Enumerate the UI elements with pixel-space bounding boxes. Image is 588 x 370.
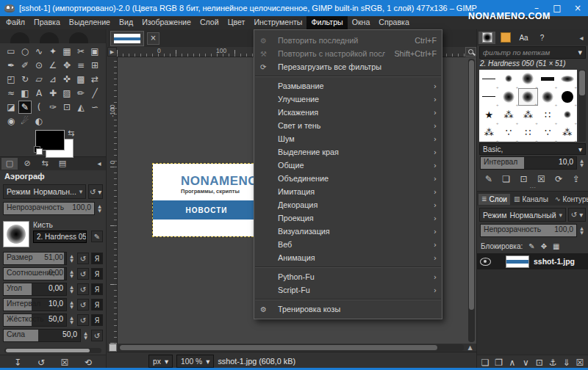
tool-smudge[interactable]: ∽ — [88, 101, 101, 114]
brush-fuzzy-blob[interactable] — [499, 88, 519, 106]
tab-patterns[interactable] — [497, 32, 514, 44]
duplicate-brush-button[interactable]: ⊡ — [517, 174, 531, 184]
delete-layer-button[interactable]: ☒ — [573, 358, 587, 368]
canvas-image[interactable]: NONAMENO Программы, скрипты НОВОСТИ — [153, 164, 260, 236]
brush-name-field[interactable]: 2. Hardness 050 — [33, 231, 87, 243]
filters-menu-category-13[interactable]: Анимация› — [254, 251, 442, 264]
brush-splat-2[interactable]: ⁂ — [518, 106, 538, 124]
tool-shear[interactable]: ▱ — [32, 73, 46, 86]
filters-menu-category-10[interactable]: Проекция› — [254, 211, 442, 225]
new-layer-button[interactable]: ❏ — [478, 358, 492, 368]
menubar-item-6[interactable]: Цвет — [223, 16, 250, 29]
layer-opacity-slider-spinner[interactable]: ▲▼ — [578, 226, 585, 235]
tab-channels[interactable]: ▥Каналы — [511, 194, 551, 205]
horizontal-scrollbar[interactable] — [118, 344, 464, 351]
tool-eraser[interactable]: ◪ — [4, 101, 18, 114]
tab-undo-history[interactable]: ⇆ — [37, 158, 53, 170]
paint-mode-select[interactable]: Режим Нормальн... ▾ — [3, 184, 86, 199]
layer-row[interactable]: sshot-1.jpg — [477, 253, 588, 269]
duplicate-layer-button[interactable]: ⊡ — [533, 358, 546, 368]
unit-select[interactable]: px ▾ — [148, 355, 173, 368]
slider-сила-reset-button[interactable]: ↺ — [91, 330, 103, 341]
default-colors-icon[interactable] — [34, 146, 43, 155]
vertical-scrollbar[interactable] — [468, 59, 475, 342]
layer-visibility-icon[interactable] — [480, 258, 491, 266]
slider-сила-spinner[interactable]: ▲▼ — [82, 331, 89, 340]
slider-соотношение--scale[interactable]: Соотношение...0,00 — [3, 267, 67, 280]
slider-размер-spinner[interactable]: ▲▼ — [68, 254, 75, 263]
slider-размер-link-toggle[interactable]: Я — [91, 253, 103, 264]
save-tool-preset-button[interactable]: ↧ — [10, 358, 25, 368]
reset-tool-options-button[interactable]: ⟲ — [81, 358, 96, 368]
tool-bucket-fill[interactable]: ◧ — [18, 87, 32, 100]
brush-fuzzy-2[interactable] — [557, 106, 577, 124]
tool-ellipse-select[interactable]: ○ — [18, 45, 32, 58]
tool-blur-sharpen[interactable]: ◉ — [4, 115, 18, 128]
slider-жёсткость-link-toggle[interactable]: Я — [91, 314, 103, 326]
lock-pixels-icon[interactable]: ✎ — [528, 242, 534, 250]
slider-жёсткость-reset-button[interactable]: ↺ — [77, 314, 89, 326]
brush-spacing-slider-spinner[interactable]: ▲▼ — [578, 159, 585, 167]
slider-угол-reset-button[interactable]: ↺ — [77, 283, 89, 295]
brush-specks-1[interactable]: ∵ — [499, 124, 519, 142]
filters-menu-category-6[interactable]: Общие› — [254, 159, 442, 172]
tab-document-history[interactable]: ? — [534, 32, 551, 44]
tool-mypaint-brush[interactable]: ✑ — [46, 101, 60, 114]
filters-menu-category-7[interactable]: Объединение› — [254, 172, 442, 185]
tool-handle-transform[interactable]: ✜ — [60, 73, 74, 86]
filters-menu-category-4[interactable]: Шум› — [254, 132, 442, 145]
menubar-item-0[interactable]: Файл — [1, 16, 29, 29]
filters-menu-item-2[interactable]: ⟳Перезагрузить все фильтры — [254, 60, 442, 73]
dock-menu-button[interactable]: ◂ — [576, 34, 587, 42]
brush-preview[interactable] — [3, 221, 29, 247]
tool-scissors-select[interactable]: ✂ — [74, 45, 87, 58]
tool-ink[interactable]: ( — [32, 101, 46, 114]
new-brush-button[interactable]: ❏ — [499, 174, 514, 184]
slider-размер-reset-button[interactable]: ↺ — [77, 253, 89, 264]
tool-clone[interactable]: ⊡ — [60, 101, 74, 114]
slider-соотношение--spinner[interactable]: ▲▼ — [68, 269, 75, 278]
menubar-item-3[interactable]: Вид — [115, 16, 137, 29]
slider-угол-scale[interactable]: Угол0,00 — [3, 283, 67, 296]
lock-position-icon[interactable]: ✥ — [541, 242, 547, 250]
brush-star[interactable]: ★ — [479, 106, 499, 124]
tool-zoom[interactable]: ⊙ — [32, 59, 46, 72]
brush-pepper[interactable]: ∵ — [538, 124, 558, 142]
tool-warp-transform[interactable]: ≈ — [4, 87, 18, 100]
raise-layer-button[interactable]: ∧ — [506, 358, 519, 368]
slider-жёсткость-spinner[interactable]: ▲▼ — [68, 316, 75, 324]
tool-rectangle-select[interactable]: ▭ — [4, 45, 18, 58]
filters-menu-script-group-0[interactable]: Python-Fu› — [254, 270, 442, 283]
brush-long-line[interactable] — [479, 88, 499, 106]
filters-menu-category-5[interactable]: Выделение края› — [254, 145, 442, 159]
layer-mode-reset-button[interactable]: ↺ ▾ — [568, 208, 586, 222]
tool-airbrush[interactable]: ✎ — [18, 101, 32, 114]
tab-device-status[interactable]: ⊘ — [19, 158, 35, 170]
close-button[interactable]: × — [567, 0, 588, 16]
slider-интервал-reset-button[interactable]: ↺ — [77, 299, 89, 311]
tool-move[interactable]: ✥ — [60, 59, 74, 72]
layer-opacity-slider-scale[interactable]: Непрозрачность100,0 — [480, 224, 577, 237]
delete-tool-preset-button[interactable]: ☒ — [57, 358, 72, 368]
filters-menu-category-2[interactable]: Искажения› — [254, 106, 442, 119]
brush-thin-line[interactable] — [479, 70, 499, 88]
slider-сила-scale[interactable]: Сила50,0 — [3, 329, 81, 342]
tool-paths[interactable]: ✒ — [4, 59, 18, 72]
merge-down-button[interactable]: ⇓ — [559, 358, 573, 368]
filters-menu-item-goat-exercise[interactable]: ⚙Тренировка козы — [254, 302, 442, 316]
ruler-corner-button[interactable]: ▶ — [107, 47, 117, 57]
refresh-brushes-button[interactable]: ⟳ — [551, 174, 566, 184]
open-brush-as-image-button[interactable]: ⇪ — [569, 174, 584, 184]
brush-filter-input[interactable]: фильтр по меткам — [483, 48, 578, 57]
brush-specks-2[interactable]: ∷ — [518, 124, 538, 142]
zoom-select[interactable]: 100 % ▾ — [176, 355, 214, 368]
filters-menu-category-9[interactable]: Декорация› — [254, 198, 442, 211]
menubar-item-7[interactable]: Инструменты — [249, 16, 306, 29]
filters-menu-category-3[interactable]: Свет и тень› — [254, 119, 442, 132]
layer-mode-select[interactable]: Режим Нормальный ▾ — [479, 208, 566, 222]
tab-brushes[interactable] — [478, 32, 495, 44]
slider-соотношение--link-toggle[interactable]: Я — [91, 268, 103, 280]
filters-menu-category-11[interactable]: Визуализация› — [254, 225, 442, 238]
tool-paintbrush[interactable]: ╱ — [88, 87, 101, 100]
tool-unified-transform[interactable]: ◰ — [4, 73, 18, 86]
